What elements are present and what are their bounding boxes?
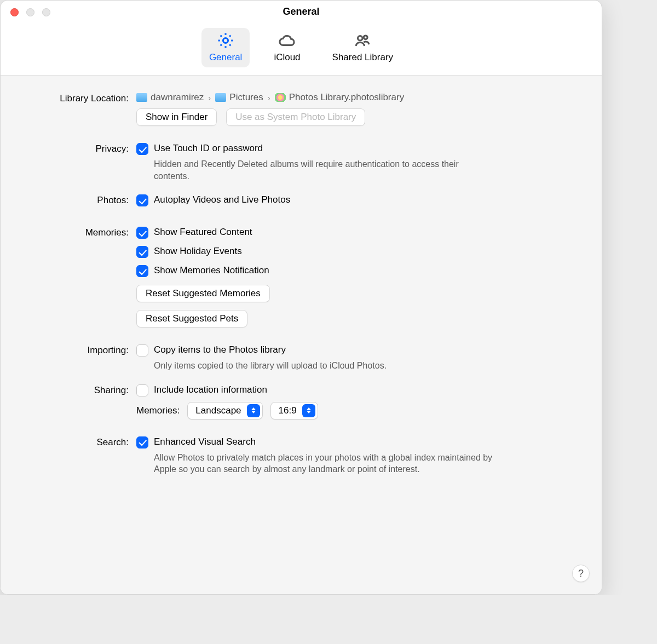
toolbar: General iCloud Shared Library — [1, 22, 602, 76]
content: Library Location: dawnramirez › Pictures… — [1, 76, 602, 594]
photos-label: Photos: — [21, 194, 136, 206]
row-memories: Memories: Show Featured Content Show Hol… — [21, 226, 581, 327]
autoplay-checkbox[interactable] — [136, 194, 148, 206]
reset-suggested-pets-button[interactable]: Reset Suggested Pets — [136, 310, 247, 327]
row-sharing: Sharing: Include location information Me… — [21, 384, 581, 419]
row-importing: Importing: Copy items to the Photos libr… — [21, 344, 581, 380]
holiday-events-label: Show Holiday Events — [154, 245, 242, 257]
tab-icloud[interactable]: iCloud — [266, 28, 308, 67]
help-button[interactable]: ? — [572, 565, 590, 582]
home-folder-icon — [136, 93, 147, 102]
reset-suggested-memories-button[interactable]: Reset Suggested Memories — [136, 285, 270, 302]
enhanced-visual-search-checkbox[interactable] — [136, 436, 148, 449]
svg-point-1 — [358, 36, 363, 41]
breadcrumb-photoslibrary[interactable]: Photos Library.photoslibrary — [275, 92, 404, 103]
chevron-right-icon: › — [207, 93, 212, 102]
memories-label: Memories: — [21, 226, 136, 238]
orientation-select[interactable]: Landscape — [187, 402, 262, 419]
aspect-value: 16:9 — [279, 405, 297, 416]
svg-point-2 — [364, 36, 368, 39]
memories-notification-label: Show Memories Notification — [154, 264, 269, 276]
touch-id-label: Use Touch ID or password — [154, 142, 263, 154]
folder-icon — [215, 93, 226, 102]
enhanced-visual-search-description: Allow Photos to privately match places i… — [154, 452, 510, 475]
copy-items-description: Only items copied to the library will up… — [154, 360, 493, 372]
search-label: Search: — [21, 436, 136, 448]
people-icon — [353, 31, 372, 50]
chevron-right-icon: › — [267, 93, 272, 102]
privacy-label: Privacy: — [21, 142, 136, 154]
row-privacy: Privacy: Use Touch ID or password Hidden… — [21, 142, 581, 189]
breadcrumb-pictures-label: Pictures — [229, 92, 263, 103]
touch-id-checkbox[interactable] — [136, 143, 148, 155]
orientation-value: Landscape — [195, 405, 241, 416]
holiday-events-checkbox[interactable] — [136, 246, 148, 258]
featured-content-checkbox[interactable] — [136, 227, 148, 239]
tab-shared-label: Shared Library — [332, 52, 394, 63]
help-icon: ? — [578, 568, 584, 579]
enhanced-visual-search-label: Enhanced Visual Search — [154, 436, 256, 447]
show-in-finder-button[interactable]: Show in Finder — [136, 108, 217, 126]
breadcrumb-photoslibrary-label: Photos Library.photoslibrary — [289, 92, 404, 103]
sharing-memories-selects: Memories: Landscape 16:9 — [136, 402, 581, 419]
tab-general-label: General — [209, 52, 242, 63]
tab-shared-library[interactable]: Shared Library — [325, 28, 401, 67]
row-photos: Photos: Autoplay Videos and Live Photos — [21, 194, 581, 210]
aspect-ratio-select[interactable]: 16:9 — [270, 402, 318, 419]
tab-icloud-label: iCloud — [274, 52, 300, 63]
include-location-label: Include location information — [154, 384, 267, 395]
autoplay-label: Autoplay Videos and Live Photos — [154, 194, 290, 205]
stepper-icon — [247, 404, 260, 417]
svg-point-0 — [223, 38, 228, 43]
library-location-label: Library Location: — [21, 92, 136, 104]
window-title: General — [1, 6, 602, 18]
row-library-location: Library Location: dawnramirez › Pictures… — [21, 92, 581, 126]
breadcrumb-pictures[interactable]: Pictures — [215, 92, 263, 103]
titlebar: General — [1, 1, 602, 22]
stepper-icon — [302, 404, 315, 417]
cloud-icon — [278, 31, 296, 50]
library-breadcrumb: dawnramirez › Pictures › Photos Library.… — [136, 92, 581, 103]
breadcrumb-home-label: dawnramirez — [151, 92, 204, 103]
touch-id-description: Hidden and Recently Deleted albums will … — [154, 158, 493, 182]
gear-icon — [216, 31, 235, 50]
breadcrumb-home[interactable]: dawnramirez — [136, 92, 204, 103]
sharing-label: Sharing: — [21, 384, 136, 396]
importing-label: Importing: — [21, 344, 136, 356]
sharing-memories-label: Memories: — [136, 405, 180, 416]
featured-content-label: Show Featured Content — [154, 226, 252, 238]
photos-library-icon — [275, 93, 286, 102]
memories-notification-checkbox[interactable] — [136, 265, 148, 277]
tab-general[interactable]: General — [201, 28, 250, 67]
copy-items-checkbox[interactable] — [136, 344, 148, 357]
row-search: Search: Enhanced Visual Search Allow Pho… — [21, 436, 581, 483]
preferences-window: General General iCloud Shared Library — [0, 0, 602, 595]
copy-items-label: Copy items to the Photos library — [154, 344, 286, 355]
use-as-system-library-button: Use as System Photo Library — [226, 108, 365, 126]
include-location-checkbox[interactable] — [136, 384, 148, 396]
